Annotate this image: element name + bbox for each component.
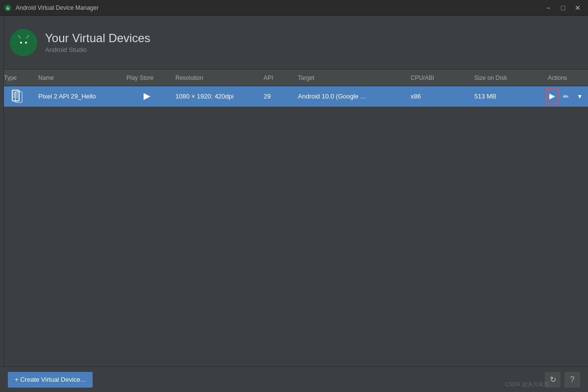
col-api: API — [260, 74, 294, 81]
logo-circle — [10, 29, 37, 56]
svg-text:A: A — [6, 6, 10, 11]
col-name: Name — [34, 74, 122, 81]
col-sizeondisk: Size on Disk — [470, 74, 544, 81]
svg-rect-16 — [13, 92, 18, 98]
svg-point-7 — [20, 42, 22, 44]
cell-actions: ✏ ▼ — [544, 89, 588, 104]
create-virtual-device-button[interactable]: + Create Virtual Device... — [8, 372, 93, 388]
cell-target: Android 10.0 (Google ... — [294, 93, 407, 100]
svg-point-6 — [28, 35, 29, 36]
cell-resolution: 1080 × 1920: 420dpi — [172, 93, 260, 100]
col-resolution: Resolution — [172, 74, 260, 81]
bottom-bar: + Create Virtual Device... ↻ ? — [0, 367, 588, 392]
cell-name: Pixel 2 API 29_Hello — [34, 93, 122, 100]
window-controls: − □ ✕ — [542, 1, 584, 14]
title-bar-left: A Android Virtual Device Manager — [4, 4, 98, 12]
svg-rect-9 — [17, 45, 30, 51]
device-type-icon — [10, 90, 24, 103]
title-bar: A Android Virtual Device Manager − □ ✕ — [0, 0, 588, 16]
table-header: Type Name Play Store Resolution API Targ… — [0, 70, 588, 86]
cell-type — [0, 90, 34, 103]
bottom-right-controls: ↻ ? — [545, 372, 580, 388]
chevron-down-icon: ▼ — [577, 93, 583, 100]
title-bar-title: Android Virtual Device Manager — [16, 4, 98, 11]
svg-point-4 — [18, 35, 20, 36]
minimize-button[interactable]: − — [542, 1, 555, 14]
cell-sizeondisk: 513 MB — [470, 93, 544, 100]
close-button[interactable]: ✕ — [571, 1, 584, 14]
android-studio-icon: A — [4, 4, 12, 12]
pencil-icon: ✏ — [563, 93, 569, 100]
col-target: Target — [294, 74, 407, 81]
cell-playstore — [122, 93, 172, 100]
playstore-icon — [144, 93, 150, 100]
play-icon — [549, 94, 555, 99]
header: Your Virtual Devices Android Studio — [0, 16, 588, 70]
page-title: Your Virtual Devices — [45, 31, 150, 45]
cell-cpuabi: x86 — [407, 93, 470, 100]
more-actions-button[interactable]: ▼ — [573, 89, 586, 104]
android-logo — [15, 34, 32, 51]
left-sidebar-accent — [0, 16, 4, 392]
header-text: Your Virtual Devices Android Studio — [45, 31, 150, 53]
phone-icon — [10, 90, 24, 103]
col-actions: Actions — [544, 74, 588, 81]
edit-button[interactable]: ✏ — [560, 89, 573, 104]
svg-rect-11 — [30, 45, 32, 50]
col-cpuabi: CPU/ABI — [407, 74, 470, 81]
col-type: Type — [0, 74, 34, 81]
svg-point-8 — [25, 42, 27, 44]
col-playstore: Play Store — [122, 74, 172, 81]
devices-table: Type Name Play Store Resolution API Targ… — [0, 70, 588, 107]
page-subtitle: Android Studio — [45, 46, 150, 53]
watermark: CSDN @沐月风雪 — [505, 381, 549, 388]
table-row[interactable]: Pixel 2 API 29_Hello 1080 × 1920: 420dpi… — [0, 86, 588, 107]
help-button[interactable]: ? — [564, 372, 580, 388]
cell-api: 29 — [260, 93, 294, 100]
launch-button[interactable] — [546, 89, 559, 104]
svg-rect-10 — [15, 45, 17, 50]
maximize-button[interactable]: □ — [557, 1, 569, 14]
